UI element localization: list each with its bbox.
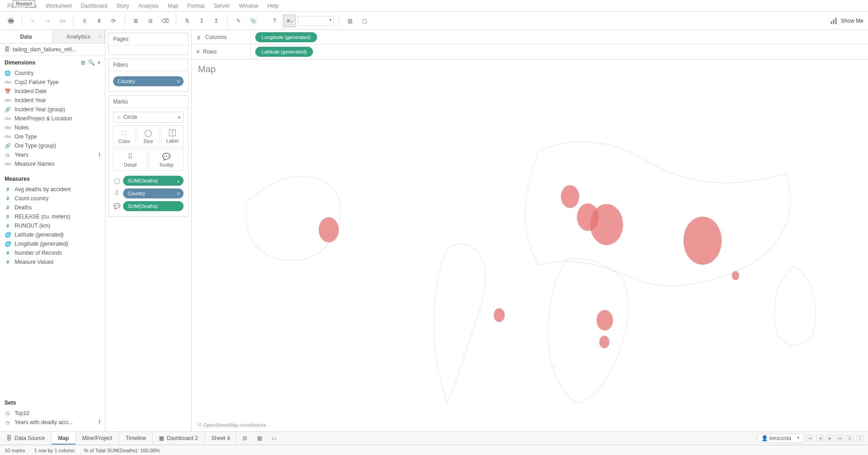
mark-pill-sum-deaths-[interactable]: SUM(Deaths) bbox=[123, 201, 184, 211]
new-worksheet-tab-icon[interactable]: ⊞ bbox=[239, 435, 250, 441]
mark-color-button[interactable]: ⸬ Color bbox=[113, 125, 135, 147]
mark-tooltip-button[interactable]: 💬 Tooltip bbox=[149, 149, 184, 171]
field-ore-type[interactable]: AbcOre Type bbox=[0, 132, 105, 141]
sheet-tab-sheet-4[interactable]: Sheet 4 bbox=[205, 432, 237, 445]
datasource-row[interactable]: 🗄 tailing_dam_failures_refi... bbox=[0, 44, 105, 56]
mark-bulgaria[interactable] bbox=[590, 204, 623, 245]
dimensions-list: 🌐CountryAbcCsp2 Failure Type📅Incident Da… bbox=[0, 68, 105, 172]
viz-area[interactable]: © OpenStreetMap contributors bbox=[192, 76, 868, 431]
field-number-of-records[interactable]: #Number of Records bbox=[0, 248, 105, 257]
field-measure-names[interactable]: AbcMeasure Names bbox=[0, 159, 105, 168]
field-count-country[interactable]: #Count country bbox=[0, 194, 105, 203]
show-me-button[interactable]: Show Me bbox=[831, 18, 863, 24]
field-mine-project-location[interactable]: AbcMine/Project & Location bbox=[0, 114, 105, 123]
measures-list: #Avg deaths by accident#Count country#De… bbox=[0, 184, 105, 270]
field-notes[interactable]: AbcNotes bbox=[0, 123, 105, 132]
viz-title[interactable]: Map bbox=[192, 59, 868, 76]
tab-analytics[interactable]: Analytics bbox=[53, 30, 105, 43]
fix-map-icon[interactable]: ✕ₓ bbox=[283, 15, 296, 27]
mark-spain[interactable] bbox=[561, 185, 579, 208]
view-icon[interactable]: ⊞ bbox=[81, 59, 85, 66]
mark-pill-country[interactable]: Country≡ bbox=[123, 188, 184, 198]
field-csp2-failure-type[interactable]: AbcCsp2 Failure Type bbox=[0, 78, 105, 87]
abc-icon: Abc bbox=[5, 80, 11, 84]
show-cards-icon[interactable]: ▥ bbox=[343, 15, 356, 27]
new-story-tab-icon[interactable]: ▭ bbox=[268, 435, 279, 441]
grid-icon[interactable]: ⊞ bbox=[846, 435, 853, 441]
menu-window[interactable]: Window bbox=[234, 1, 263, 11]
mark-usa[interactable] bbox=[319, 217, 339, 242]
menu-analysis[interactable]: Analysis bbox=[134, 1, 164, 11]
field-incident-year-group-[interactable]: 🔗Incident Year (group) bbox=[0, 105, 105, 114]
clear-icon[interactable]: ⌫ bbox=[159, 15, 171, 27]
swap-icon[interactable]: ⇅ bbox=[181, 15, 193, 27]
new-datasource-icon[interactable]: ⎘ bbox=[78, 15, 91, 27]
field-measure-values[interactable]: #Measure Values bbox=[0, 257, 105, 267]
menu-story[interactable]: Story bbox=[112, 1, 134, 11]
sheet-tab-dashboard-2[interactable]: ▦Dashboard 2 bbox=[153, 432, 205, 445]
undo-icon[interactable]: ← bbox=[27, 15, 40, 27]
field-incident-date[interactable]: 📅Incident Date bbox=[0, 87, 105, 96]
field-release-cu-meters-[interactable]: #RELEASE (cu. meters) bbox=[0, 212, 105, 221]
field-deaths[interactable]: #Deaths bbox=[0, 203, 105, 212]
datasource-tab[interactable]: 🗄 Data Source bbox=[0, 432, 52, 445]
rows-pill[interactable]: Latitude (generated) bbox=[255, 47, 313, 57]
field-top10[interactable]: ◷Top10 bbox=[0, 409, 105, 418]
redo-icon[interactable]: → bbox=[41, 15, 54, 27]
new-worksheet-icon[interactable]: ⊞ bbox=[129, 15, 142, 27]
mark-size-button[interactable]: ◯ Size bbox=[137, 125, 159, 147]
mark-label-button[interactable]: 🅃 Label bbox=[161, 125, 184, 147]
new-dashboard-tab-icon[interactable]: ▦ bbox=[254, 435, 265, 441]
mark-zambia[interactable] bbox=[596, 310, 613, 331]
field-avg-deaths-by-accident[interactable]: #Avg deaths by accident bbox=[0, 185, 105, 194]
tab-data[interactable]: Data bbox=[0, 30, 53, 43]
user-menu[interactable]: 👤 keucosta bbox=[757, 434, 804, 443]
sheet-tab-map[interactable]: Map bbox=[52, 432, 76, 445]
menu-help[interactable]: Help bbox=[263, 1, 283, 11]
menu-icon[interactable]: ▾ bbox=[98, 59, 100, 66]
highlight-icon[interactable]: ✎ bbox=[232, 15, 245, 27]
sort-desc-icon[interactable]: ↥ bbox=[210, 15, 223, 27]
field-longitude-generated-[interactable]: 🌐Longitude (generated) bbox=[0, 239, 105, 248]
menu-worksheet[interactable]: Worksheet bbox=[41, 1, 76, 11]
field-years[interactable]: ◷Years! bbox=[0, 150, 105, 159]
mark-china[interactable] bbox=[684, 217, 722, 265]
columns-pill[interactable]: Longitude (generated) bbox=[255, 32, 317, 42]
num-icon: # bbox=[5, 205, 11, 210]
menu-dashboard[interactable]: Dashboard bbox=[76, 1, 112, 11]
filter-pill-country[interactable]: Country≡ bbox=[113, 76, 184, 86]
presentation-icon[interactable]: ▢ bbox=[358, 15, 371, 27]
field-years-with-deadly-acci-[interactable]: ◷Years with deadly acci...! bbox=[0, 418, 105, 427]
find-icon[interactable]: 🔍 bbox=[88, 59, 95, 66]
rows-shelf[interactable]: ≡ Rows Latitude (generated) bbox=[192, 45, 868, 59]
duplicate-icon[interactable]: ⧉ bbox=[144, 15, 157, 27]
mark-detail-button[interactable]: ⠿ Detail bbox=[113, 149, 148, 171]
group-icon[interactable]: 📎 bbox=[247, 15, 259, 27]
list-icon[interactable]: ☰ bbox=[856, 435, 863, 441]
field-incident-year[interactable]: AbcIncident Year bbox=[0, 96, 105, 105]
sheet-tab-mine-project[interactable]: Mine/Project bbox=[76, 432, 119, 445]
mark-brazil[interactable] bbox=[494, 308, 505, 322]
filmstrip-controls[interactable]: ⏮◀▶⏭ ⊞ ☰ bbox=[806, 435, 863, 441]
field-country[interactable]: 🌐Country bbox=[0, 69, 105, 78]
field-latitude-generated-[interactable]: 🌐Latitude (generated) bbox=[0, 230, 105, 239]
menu-map[interactable]: Map bbox=[163, 1, 183, 11]
mark-pill-sum-deaths-[interactable]: SUM(Deaths)▵ bbox=[123, 176, 184, 186]
refresh-icon[interactable]: ⟳ bbox=[107, 15, 120, 27]
menu-server[interactable]: Server bbox=[209, 1, 234, 11]
fit-dropdown[interactable] bbox=[298, 16, 334, 26]
field-ore-type-group-[interactable]: 🔗Ore Type (group) bbox=[0, 141, 105, 150]
field-runout-km-[interactable]: #RUNOUT (km) bbox=[0, 221, 105, 230]
save-icon[interactable]: ▭ bbox=[56, 15, 69, 27]
sort-asc-icon[interactable]: ↧ bbox=[195, 15, 208, 27]
menu-format[interactable]: Format bbox=[183, 1, 209, 11]
text-icon[interactable]: T bbox=[268, 15, 281, 27]
restart-button[interactable]: Restart bbox=[13, 0, 35, 7]
mark-philippines[interactable] bbox=[732, 271, 739, 280]
columns-shelf[interactable]: ⫼ Columns Longitude (generated) bbox=[192, 30, 868, 45]
sheet-tab-timeline[interactable]: Timeline bbox=[119, 432, 153, 445]
mark-type-select[interactable]: ○ Circle bbox=[113, 112, 184, 123]
tableau-logo-icon[interactable] bbox=[5, 15, 17, 27]
mark-south-africa[interactable] bbox=[599, 336, 609, 348]
pause-auto-updates-icon[interactable]: ⏸ bbox=[93, 15, 105, 27]
